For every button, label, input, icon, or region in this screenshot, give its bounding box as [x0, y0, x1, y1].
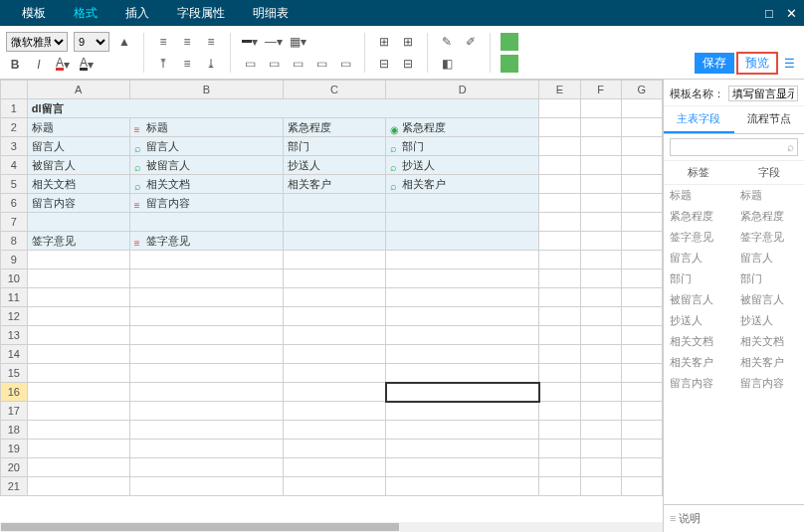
tab-流程节点[interactable]: 流程节点 [734, 106, 805, 133]
field-item[interactable]: 留言内容 [664, 373, 734, 394]
menu-明细表[interactable]: 明细表 [239, 6, 302, 20]
field-item[interactable]: 相关文档 [734, 331, 805, 352]
align-right-icon[interactable]: ≡ [202, 33, 220, 51]
cell-3-C[interactable]: 部门 [284, 137, 386, 156]
insert-row-icon[interactable]: ⊞ [375, 33, 393, 51]
cell-4-B[interactable]: 被留言人 [129, 156, 283, 175]
cell-16-A[interactable] [27, 383, 129, 402]
field-item[interactable]: 抄送人 [664, 310, 734, 331]
cell-17-F[interactable] [580, 402, 621, 421]
cell-9-F[interactable] [580, 251, 621, 269]
cell-4-G[interactable] [621, 156, 662, 175]
cell-21-E[interactable] [539, 477, 580, 496]
cell-12-F[interactable] [580, 307, 621, 326]
cell-10-D[interactable] [386, 269, 539, 288]
cell-7-D[interactable] [386, 213, 539, 232]
cell-19-G[interactable] [621, 440, 662, 458]
format-paint-icon[interactable]: ✎ [438, 33, 456, 51]
cell-16-F[interactable] [580, 383, 621, 402]
cell-21-B[interactable] [129, 477, 283, 496]
cell-19-A[interactable] [27, 440, 129, 458]
cell-13-A[interactable] [27, 326, 129, 345]
row-header-18[interactable]: 18 [1, 421, 28, 440]
title-cell[interactable]: dl留言 [27, 99, 539, 118]
window-maximize-icon[interactable]: □ [762, 6, 776, 20]
cell-15-D[interactable] [386, 364, 539, 383]
field-item[interactable]: 相关客户 [664, 352, 734, 373]
field-item[interactable]: 留言人 [664, 248, 734, 268]
cell-10-E[interactable] [539, 269, 580, 288]
row-header-13[interactable]: 13 [1, 326, 28, 345]
cell-11-E[interactable] [539, 288, 580, 307]
cell-21-F[interactable] [580, 477, 621, 496]
row-header-5[interactable]: 5 [1, 175, 28, 194]
cell-20-B[interactable] [129, 458, 283, 477]
cell-11-F[interactable] [580, 288, 621, 307]
cell-13-B[interactable] [129, 326, 283, 345]
row-header-11[interactable]: 11 [1, 288, 28, 307]
align-left-icon[interactable]: ≡ [154, 33, 172, 51]
cell-19-B[interactable] [129, 440, 283, 458]
cell-18-A[interactable] [27, 421, 129, 440]
delete-col-icon[interactable]: ⊟ [399, 55, 417, 73]
cell-2-A[interactable]: 标题 [27, 118, 129, 137]
border-color-icon[interactable]: ▾ [241, 33, 259, 51]
cell-13-D[interactable] [386, 326, 539, 345]
cell-8-B[interactable]: 签字意见 [129, 232, 283, 251]
cell-14-B[interactable] [129, 345, 283, 364]
cell-14-E[interactable] [539, 345, 580, 364]
delete-row-icon[interactable]: ⊟ [375, 55, 393, 73]
horizontal-scrollbar[interactable] [0, 522, 663, 532]
save-button[interactable]: 保存 [695, 53, 734, 74]
field-search-input[interactable] [670, 138, 798, 156]
cell-7-C[interactable] [284, 213, 386, 232]
row-header-20[interactable]: 20 [1, 458, 28, 477]
col-header-A[interactable]: A [27, 81, 129, 99]
col-header-B[interactable]: B [129, 81, 283, 99]
field-item[interactable]: 留言内容 [734, 373, 805, 394]
merge-3-icon[interactable]: ▭ [289, 55, 306, 73]
row-header-17[interactable]: 17 [1, 402, 28, 421]
cell-4-D[interactable]: 抄送人 [386, 156, 539, 175]
cell-17-E[interactable] [539, 402, 580, 421]
cell-17-B[interactable] [129, 402, 283, 421]
row-header-21[interactable]: 21 [1, 477, 28, 496]
cell-7-B[interactable] [129, 213, 283, 232]
cell-12-G[interactable] [621, 307, 662, 326]
menu-插入[interactable]: 插入 [111, 6, 163, 20]
cell-21-C[interactable] [284, 477, 386, 496]
cell-18-E[interactable] [539, 421, 580, 440]
row-header-16[interactable]: 16 [1, 383, 28, 402]
search-icon[interactable]: ⌕ [787, 140, 794, 154]
border-icon[interactable]: ▦▾ [289, 33, 306, 51]
row-header-3[interactable]: 3 [1, 137, 28, 156]
row-header-6[interactable]: 6 [1, 194, 28, 213]
cell-4-C[interactable]: 抄送人 [284, 156, 386, 175]
field-item[interactable]: 标题 [664, 185, 734, 206]
cell-2-G[interactable] [621, 118, 662, 137]
col-header-F[interactable]: F [580, 81, 621, 99]
tab-主表字段[interactable]: 主表字段 [664, 106, 734, 133]
highlight-green-2-icon[interactable] [501, 55, 518, 73]
cell-5-D[interactable]: 相关客户 [386, 175, 539, 194]
cell-6-E[interactable] [539, 194, 580, 213]
cell-3-B[interactable]: 留言人 [129, 137, 283, 156]
cell-6-D[interactable] [386, 194, 539, 213]
cell-6-A[interactable]: 留言内容 [27, 194, 129, 213]
eraser-icon[interactable]: ◧ [438, 55, 456, 73]
field-item[interactable]: 被留言人 [664, 289, 734, 310]
menu-模板[interactable]: 模板 [8, 6, 60, 20]
cell-14-G[interactable] [621, 345, 662, 364]
cell-10-B[interactable] [129, 269, 283, 288]
cell-12-A[interactable] [27, 307, 129, 326]
cell-6-B[interactable]: 留言内容 [129, 194, 283, 213]
field-item[interactable]: 留言人 [734, 248, 805, 268]
cell-2-C[interactable]: 紧急程度 [284, 118, 386, 137]
cell-14-F[interactable] [580, 345, 621, 364]
cell-9-B[interactable] [129, 251, 283, 269]
template-name-input[interactable] [728, 86, 798, 101]
fill-color-icon[interactable]: A▾ [78, 56, 96, 74]
cell-20-F[interactable] [580, 458, 621, 477]
menu-格式[interactable]: 格式 [60, 6, 111, 20]
col-header-E[interactable]: E [539, 81, 580, 99]
